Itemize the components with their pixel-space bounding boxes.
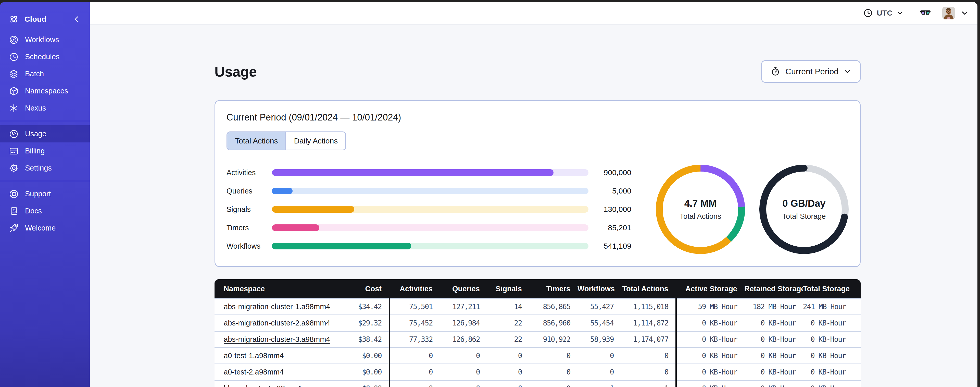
nexus-asterisk-icon xyxy=(9,103,19,114)
period-card-title: Current Period (09/01/2024 — 10/01/2024) xyxy=(226,112,849,123)
donut-caption: Total Actions xyxy=(680,212,721,221)
sidebar-item-label: Settings xyxy=(25,164,52,172)
content-area: Usage Current Period xyxy=(90,24,977,387)
sidebar-item-label: Support xyxy=(25,190,51,198)
tab-total-actions[interactable]: Total Actions xyxy=(227,132,285,150)
column-header: Cost xyxy=(344,285,389,293)
sidebar-item-settings[interactable]: Settings xyxy=(0,160,90,177)
user-avatar[interactable] xyxy=(942,6,955,19)
chevron-down-icon xyxy=(896,10,904,17)
sidebar-divider xyxy=(0,181,90,181)
bar-fill xyxy=(272,169,554,176)
sidebar-item-workflows[interactable]: Workflows xyxy=(0,31,90,48)
sidebar-item-label: Docs xyxy=(25,207,42,215)
bar-fill xyxy=(272,188,293,194)
namespace-link[interactable]: a0-test-2.a98mm4 xyxy=(224,368,284,376)
column-header: Queries xyxy=(440,285,487,293)
table-row: abs-migration-cluster-2.a98mm4 $29.32 75… xyxy=(215,315,861,331)
sidebar-item-usage[interactable]: Usage xyxy=(0,125,90,142)
bar-row-signals: Signals 130,000 xyxy=(226,205,631,214)
bar-track xyxy=(272,224,589,231)
namespace-link[interactable]: abs-migration-cluster-2.a98mm4 xyxy=(224,319,330,327)
table-header-row: Namespace Cost Activities Queries Signal… xyxy=(215,279,861,298)
table-row: a0-test-2.a98mm4 $0.00 0 0 0 0 0 0 0 KB-… xyxy=(215,363,861,380)
sidebar-item-label: Nexus xyxy=(25,104,46,112)
sidebar-item-welcome[interactable]: Welcome xyxy=(0,219,90,237)
sidebar-item-label: Billing xyxy=(25,147,45,155)
column-header: Active Storage xyxy=(675,285,744,293)
namespace-link[interactable]: bk-worker-test.a98mm4 xyxy=(224,384,302,387)
bar-row-activities: Activities 900,000 xyxy=(226,168,631,177)
actions-bar-chart: Activities 900,000 Queries 5,000 Signals xyxy=(226,168,631,250)
sidebar-item-schedules[interactable]: Schedules xyxy=(0,48,90,66)
column-header: Retained Storage xyxy=(744,285,803,293)
column-header: Total Storage xyxy=(803,285,853,293)
bar-fill xyxy=(272,243,411,249)
donut-caption: Total Storage xyxy=(782,212,826,221)
stopwatch-icon xyxy=(771,67,780,76)
app-window: Cloud Workflows xyxy=(0,2,977,387)
donut-value: 4.7 MM xyxy=(684,198,717,209)
table-row: a0-test-1.a98mm4 $0.00 0 0 0 0 0 0 0 KB-… xyxy=(215,347,861,363)
timezone-label: UTC xyxy=(877,9,892,18)
billing-card-icon xyxy=(9,146,19,156)
timezone-selector[interactable]: UTC xyxy=(863,8,904,18)
sidebar-collapse-button[interactable] xyxy=(72,15,81,24)
column-header: Namespace xyxy=(224,285,344,293)
sidebar-item-label: Welcome xyxy=(25,224,56,232)
workflows-icon xyxy=(9,35,19,45)
docs-book-icon xyxy=(9,206,19,216)
bar-row-queries: Queries 5,000 xyxy=(226,187,631,195)
welcome-rocket-icon xyxy=(9,223,19,233)
sidebar-item-billing[interactable]: Billing xyxy=(0,142,90,160)
namespace-usage-table: Namespace Cost Activities Queries Signal… xyxy=(215,279,861,387)
table-row: bk-worker-test.a98mm4 $0.00 0 0 0 0 1 1 … xyxy=(215,380,861,387)
namespaces-cube-icon xyxy=(9,86,19,96)
sidebar-item-label: Batch xyxy=(25,70,44,78)
namespace-link[interactable]: abs-migration-cluster-1.a98mm4 xyxy=(224,302,330,311)
sidebar-item-namespaces[interactable]: Namespaces xyxy=(0,82,90,99)
period-selector-button[interactable]: Current Period xyxy=(761,60,861,83)
brand-label: Cloud xyxy=(24,15,46,24)
schedules-icon xyxy=(9,52,19,62)
clock-icon xyxy=(863,8,873,18)
sidebar-nav-primary: Workflows Schedules xyxy=(0,31,90,117)
table-row: abs-migration-cluster-3.a98mm4 $38.42 77… xyxy=(215,331,861,347)
column-header: Timers xyxy=(529,285,578,293)
sidebar-item-support[interactable]: Support xyxy=(0,186,90,202)
sidebar-item-label: Namespaces xyxy=(25,87,68,95)
namespace-link[interactable]: a0-test-1.a98mm4 xyxy=(224,352,284,360)
temporal-logo-icon xyxy=(9,14,19,24)
namespace-link[interactable]: abs-migration-cluster-3.a98mm4 xyxy=(224,335,330,343)
sidebar-item-label: Usage xyxy=(25,130,46,138)
user-menu-chevron-icon[interactable] xyxy=(961,9,969,17)
sidebar: Cloud Workflows xyxy=(0,2,90,387)
sidebar-item-nexus[interactable]: Nexus xyxy=(0,99,90,117)
labs-glasses-toggle[interactable] xyxy=(920,9,931,17)
table-vertical-divider xyxy=(675,298,677,387)
topbar: UTC xyxy=(90,2,977,24)
bar-track xyxy=(272,169,589,176)
bar-track xyxy=(272,206,589,213)
period-selector-label: Current Period xyxy=(785,67,838,76)
column-header: Signals xyxy=(487,285,529,293)
sidebar-divider xyxy=(0,121,90,121)
chevron-down-icon xyxy=(843,68,851,75)
bar-row-workflows: Workflows 541,109 xyxy=(226,242,631,250)
sidebar-nav-help: Support Docs xyxy=(0,186,90,237)
column-header: Workflows xyxy=(578,285,621,293)
column-header: Activities xyxy=(389,285,440,293)
sidebar-item-label: Schedules xyxy=(25,53,59,61)
sidebar-item-docs[interactable]: Docs xyxy=(0,202,90,219)
total-storage-donut: 0 GB/Day Total Storage xyxy=(759,165,849,254)
donut-value: 0 GB/Day xyxy=(783,198,826,209)
settings-gear-icon xyxy=(9,163,19,173)
column-header: Total Actions xyxy=(621,285,675,293)
tab-daily-actions[interactable]: Daily Actions xyxy=(285,132,345,150)
glasses-icon xyxy=(920,9,931,17)
sidebar-nav-account: Usage Billing xyxy=(0,125,90,177)
sidebar-item-batch[interactable]: Batch xyxy=(0,66,90,82)
sidebar-header: Cloud xyxy=(0,11,90,27)
support-lifering-icon xyxy=(9,189,19,199)
page-title: Usage xyxy=(215,63,257,80)
